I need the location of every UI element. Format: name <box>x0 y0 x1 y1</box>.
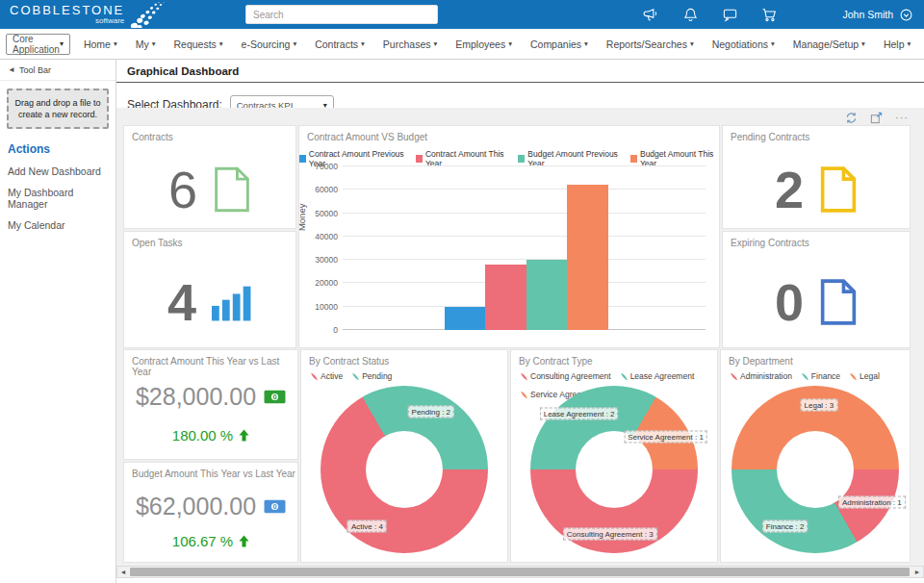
main-nav-bar: Core Application ▾ Home▾My▾Requests▾e-So… <box>0 29 924 60</box>
bell-icon[interactable] <box>682 7 699 23</box>
legend-item-legal[interactable]: Legal <box>849 371 880 381</box>
actions-heading: Actions <box>8 142 116 156</box>
bar-contract-amount-this-year[interactable] <box>485 265 526 330</box>
refresh-icon[interactable] <box>845 112 858 124</box>
nav-item-e-sourcing[interactable]: e-Sourcing▾ <box>242 38 297 50</box>
more-options-icon[interactable]: ··· <box>895 113 909 122</box>
y-tick-label: 50000 <box>315 209 338 218</box>
banknote-icon: 0 <box>264 499 286 514</box>
y-tick-label: 30000 <box>315 255 338 265</box>
donut-ring[interactable] <box>321 386 488 553</box>
nav-item-reports-searches[interactable]: Reports/Searches▾ <box>606 38 694 50</box>
kpi-tile-open-tasks[interactable]: Open Tasks 4 <box>123 231 296 348</box>
legend-item-active[interactable]: Active <box>310 371 343 381</box>
kpi-tile-contract-amount-vs-last-year[interactable]: Contract Amount This Year vs Last Year $… <box>123 349 298 460</box>
legend-swatch-icon <box>416 155 423 163</box>
y-tick-label: 0 <box>333 325 338 335</box>
sidebar-link-my-calendar[interactable]: My Calendar <box>8 219 116 231</box>
slice-label-pending: Pending : 2 <box>408 405 454 418</box>
scroll-right-arrow[interactable]: ► <box>911 567 923 577</box>
file-dropzone[interactable]: Drag and drop a file to create a new rec… <box>7 89 109 129</box>
nav-item-contracts[interactable]: Contracts▾ <box>315 38 365 50</box>
kpi-tile-contracts[interactable]: Contracts 6 <box>123 125 296 229</box>
legend-item-finance[interactable]: Finance <box>801 371 840 381</box>
donut-tile-contract-type[interactable]: By Contract Type Consulting AgreementLea… <box>510 349 718 563</box>
chevron-down-icon: ▾ <box>861 39 865 48</box>
brand-subtitle: software <box>95 16 124 25</box>
nav-item-label: Contracts <box>315 38 358 50</box>
page-title-row: Graphical Dashboard <box>116 60 924 83</box>
top-header-bar: COBBLESTONE software <box>0 0 924 29</box>
expand-icon[interactable] <box>870 112 883 124</box>
swoosh-icon <box>849 372 858 381</box>
nav-item-purchases[interactable]: Purchases▾ <box>383 38 437 50</box>
legend-swatch-icon <box>299 155 306 163</box>
swoosh-icon <box>520 391 528 399</box>
application-selector[interactable]: Core Application ▾ <box>6 34 70 55</box>
money-value: $28,000.00 <box>136 383 256 411</box>
chevron-down-icon: ▾ <box>433 39 437 48</box>
kpi-tile-expiring-contracts[interactable]: Expiring Contracts 0 <box>722 231 911 348</box>
cart-icon[interactable] <box>761 7 778 23</box>
legend-item-pending[interactable]: Pending <box>351 371 392 381</box>
chat-icon[interactable] <box>722 7 738 23</box>
bar-budget-amount-previous-year[interactable] <box>526 260 568 330</box>
sidebar: ◄ Tool Bar Drag and drop a file to creat… <box>0 60 116 583</box>
legend-label: Finance <box>811 371 840 381</box>
nav-item-home[interactable]: Home▾ <box>84 38 117 50</box>
swoosh-icon <box>520 372 528 381</box>
swoosh-icon <box>801 372 809 381</box>
bar-budget-amount-this-year[interactable] <box>567 185 608 330</box>
toolbar-collapse[interactable]: ◄ Tool Bar <box>0 60 116 81</box>
user-menu[interactable]: John Smith <box>842 0 912 29</box>
donut-tile-department[interactable]: By Department AdministrationFinanceLegal… <box>720 349 911 563</box>
chevron-down-icon: ▾ <box>114 39 117 48</box>
cobblestone-logo[interactable]: COBBLESTONE software <box>10 2 170 28</box>
legend-label: Lease Agreement <box>630 371 695 381</box>
y-axis-label: Money <box>298 204 307 232</box>
nav-item-negotiations[interactable]: Negotiations▾ <box>712 38 775 50</box>
sidebar-link-add-new-dashboard[interactable]: Add New Dashboard <box>8 165 116 177</box>
user-name: John Smith <box>842 9 893 20</box>
sidebar-link-my-dashboard-manager[interactable]: My Dashboard Manager <box>8 187 116 210</box>
nav-item-label: My <box>136 38 149 50</box>
megaphone-icon[interactable] <box>643 7 659 23</box>
donut-tile-contract-status[interactable]: By Contract Status ActivePending Pending… <box>300 349 508 563</box>
document-icon <box>819 166 858 213</box>
header-icons <box>643 0 778 29</box>
scroll-left-arrow[interactable]: ◄ <box>117 567 129 577</box>
legend-item-lease-agreement[interactable]: Lease Agreement <box>620 371 695 381</box>
chevron-down-icon: ▾ <box>508 39 512 48</box>
legend-item-consulting-agreement[interactable]: Consulting Agreement <box>520 371 611 381</box>
nav-item-help[interactable]: Help▾ <box>884 38 911 50</box>
nav-item-my[interactable]: My▾ <box>136 38 156 50</box>
y-tick-label: 20000 <box>315 278 338 288</box>
user-status-icon <box>900 9 912 21</box>
money-value: $62,000.00 <box>136 493 256 520</box>
bar-chart-icon <box>212 283 252 321</box>
kpi-tile-pending-contracts[interactable]: Pending Contracts 2 <box>722 125 911 229</box>
banknote-icon: 0 <box>264 390 286 404</box>
bar-contract-amount-previous-year[interactable] <box>445 307 486 330</box>
nav-item-employees[interactable]: Employees▾ <box>455 38 512 50</box>
nav-item-companies[interactable]: Companies▾ <box>530 38 588 50</box>
slice-label-legal: Legal : 3 <box>801 399 838 412</box>
dashboard-area: ··· Contracts 6 Open Tasks 4 <box>116 108 924 566</box>
gridline <box>343 259 706 260</box>
percent-change: 106.67 % <box>172 533 233 549</box>
legend-swatch-icon <box>630 155 637 163</box>
gridline <box>343 189 706 190</box>
horizontal-scrollbar[interactable]: ◄ ► <box>116 566 924 578</box>
slice-label-active: Active : 4 <box>347 520 387 532</box>
legend-item-administration[interactable]: Administration <box>730 371 792 381</box>
bar-chart-tile[interactable]: Contract Amount VS Budget Contract Amoun… <box>298 125 720 348</box>
nav-item-manage-setup[interactable]: Manage/Setup▾ <box>793 38 865 50</box>
tile-title: Pending Contracts <box>723 126 910 142</box>
chevron-down-icon: ▾ <box>152 39 156 48</box>
search-input[interactable] <box>245 5 438 24</box>
nav-item-requests[interactable]: Requests▾ <box>173 38 222 50</box>
scrollbar-thumb[interactable] <box>130 568 910 576</box>
tile-title: Contracts <box>124 126 295 142</box>
chevron-down-icon: ▾ <box>771 39 775 48</box>
kpi-tile-budget-amount-vs-last-year[interactable]: Budget Amount This Year vs Last Year $62… <box>123 462 298 563</box>
